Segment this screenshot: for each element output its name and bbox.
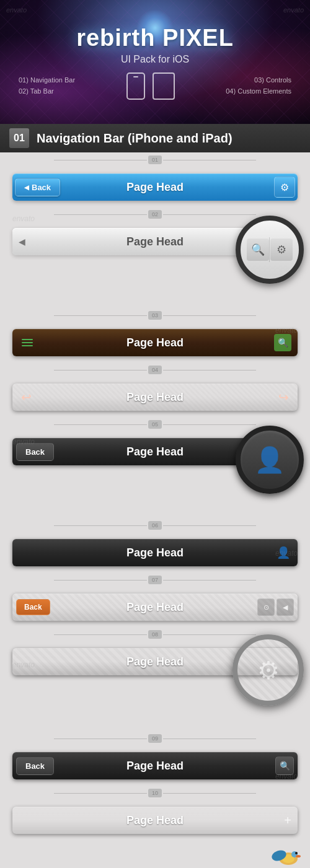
zoom-gear-icon: ⚙	[270, 239, 293, 261]
feature-3: 03) Controls	[226, 75, 291, 86]
navbar-item-6: 06 Page Head 👤	[0, 518, 310, 572]
navbar-1-back-button[interactable]: Back	[15, 178, 60, 196]
features-right: 03) Controls 04) Custom Elements	[226, 75, 291, 97]
gear-icon: ⚙	[280, 182, 289, 193]
navbar-1-blue[interactable]: Back Page Head ⚙	[12, 173, 298, 201]
nav-number-5: 05	[148, 420, 162, 429]
navbar-4-back-button[interactable]: ↩	[21, 390, 32, 405]
navbar-5-back-button[interactable]: Back	[16, 443, 54, 461]
nav-number-9: 09	[148, 734, 162, 743]
navbar-3-title: Page Head	[126, 336, 184, 349]
navbar-2-title: Page Head	[126, 235, 184, 248]
circle-zoom-content: 🔍 ⚙	[241, 221, 299, 279]
feature-2: 02) Tab Bar	[19, 86, 75, 97]
main-content: 01 Back Page Head ⚙ 02 ◀ Page Head 🔍	[0, 152, 310, 868]
footer-area	[0, 840, 310, 868]
menu-line-3	[22, 345, 33, 346]
svg-point-4	[295, 852, 298, 854]
navbar-8-gear-circle: ⚙	[232, 634, 304, 706]
navbar-item-5: 05 Back Page Head 👤	[0, 417, 310, 518]
navbar-4-title: Page Head	[126, 391, 184, 404]
navbar-3-search-button[interactable]: 🔍	[274, 334, 291, 351]
sound-icon: ◀	[283, 603, 288, 612]
tablet-icon	[153, 72, 175, 100]
nav-number-4: 04	[148, 366, 162, 374]
navbar-6-user-button[interactable]: 👤	[277, 546, 290, 559]
navbar-item-9: 09 Back Page Head 🔍	[0, 731, 310, 786]
navbar-7-right-icons: ⊙ ◀	[257, 598, 294, 616]
user-icon-large: 👤	[254, 445, 285, 475]
navbar-10-title: Page Head	[126, 814, 184, 827]
feature-4: 04) Custom Elements	[226, 86, 291, 97]
navbar-6-title: Page Head	[126, 546, 184, 559]
navbar-7-back-button[interactable]: Back	[16, 599, 50, 615]
brand-title: rebirth PIXEL	[76, 25, 234, 51]
navbar-5-title: Page Head	[126, 445, 184, 458]
nav-number-1: 01	[148, 156, 162, 164]
section-number: 01	[9, 128, 29, 148]
navbar-7-toggle-button[interactable]: ⊙	[257, 598, 275, 616]
device-icons	[87, 72, 213, 100]
navbar-6-dark[interactable]: Page Head 👤	[12, 539, 298, 566]
nav-number-10: 10	[148, 789, 162, 797]
section-header: 01 Navigation Bar (iPhone and iPad)	[0, 124, 310, 152]
navbar-item-7: 07 Back Page Head ⊙ ◀	[0, 572, 310, 627]
navbar-7-orange[interactable]: Back Page Head ⊙ ◀	[12, 594, 298, 621]
search-icon: 🔍	[280, 761, 290, 771]
navbar-7-title: Page Head	[126, 601, 184, 614]
watermark-left: envato	[6, 6, 27, 14]
header-subtitle: UI Pack for iOS	[121, 54, 189, 65]
footer-bird	[270, 843, 301, 868]
navbar-9-search-button[interactable]: 🔍	[275, 756, 294, 775]
navbar-1-title: Page Head	[126, 181, 184, 194]
navbar-2-back[interactable]: ◀	[19, 237, 25, 247]
navbar-item-10: 10 Page Head +	[0, 786, 310, 840]
section-title: Navigation Bar (iPhone and iPad)	[37, 131, 232, 146]
watermark-right: envato	[283, 6, 304, 14]
navbar-9-black[interactable]: Back Page Head 🔍	[12, 752, 298, 779]
nav-number-8: 08	[148, 630, 162, 639]
svg-point-5	[296, 855, 301, 857]
navbar-item-1: 01 Back Page Head ⚙	[0, 152, 310, 207]
navbar-3-dark-brown[interactable]: Page Head 🔍	[12, 329, 298, 356]
feature-1: 01) Navigation Bar	[19, 75, 75, 86]
menu-line-1	[22, 339, 33, 340]
nav-number-2: 02	[148, 210, 162, 219]
navbar-item-3: 03 Page Head 🔍	[0, 308, 310, 362]
navbar-2-zoom-circle: 🔍 ⚙	[236, 216, 304, 284]
navbar-10-denim[interactable]: Page Head +	[12, 807, 298, 834]
header-section: envato envato rebirth PIXEL UI Pack for …	[0, 0, 310, 124]
toggle-icon: ⊙	[264, 603, 269, 612]
nav-number-7: 07	[148, 576, 162, 584]
navbar-8-title: Page Head	[126, 655, 184, 669]
phone-icon	[126, 72, 145, 100]
navbar-3-menu-button[interactable]	[19, 334, 36, 351]
navbar-item-8: 08 Page Head ⚙	[0, 627, 310, 731]
search-icon: 🔍	[278, 338, 288, 348]
navbar-item-4: 04 ↩ Page Head ↪	[0, 362, 310, 417]
navbar-4-red[interactable]: ↩ Page Head ↪	[12, 384, 298, 411]
gear-icon-large: ⚙	[257, 656, 280, 685]
navbar-1-gear-button[interactable]: ⚙	[274, 177, 295, 198]
nav-number-3: 03	[148, 311, 162, 320]
features-left: 01) Navigation Bar 02) Tab Bar	[19, 75, 75, 97]
menu-line-2	[22, 342, 33, 343]
navbar-9-title: Page Head	[126, 760, 184, 773]
navbar-10-plus-button[interactable]: +	[284, 813, 291, 828]
header-features: 01) Navigation Bar 02) Tab Bar 03) Contr…	[0, 72, 310, 100]
zoom-search-icon: 🔍	[247, 239, 269, 261]
navbar-4-forward-button[interactable]: ↪	[278, 390, 289, 405]
nav-number-6: 06	[148, 521, 162, 530]
navbar-item-2: 02 ◀ Page Head 🔍 ⚙ 🔍 ⚙	[0, 207, 310, 308]
navbar-9-back-button[interactable]: Back	[16, 757, 54, 775]
navbar-7-sound-button[interactable]: ◀	[277, 598, 294, 616]
navbar-5-user-circle: 👤	[236, 426, 304, 494]
